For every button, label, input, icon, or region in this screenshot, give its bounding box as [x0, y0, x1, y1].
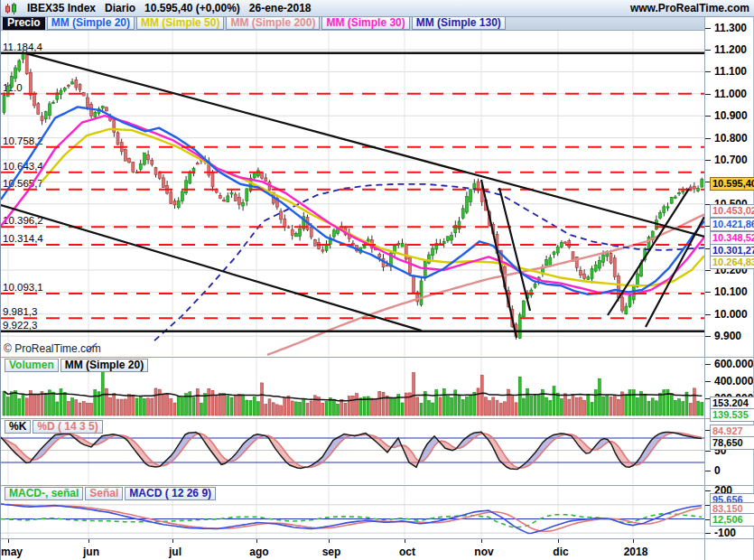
- price-line-label: 10.093,1: [3, 282, 43, 293]
- axis-tick: [704, 430, 711, 431]
- volume-legend: VolumenMM (Simple 20): [3, 359, 148, 372]
- ma-value-tag: 10.301,27: [710, 244, 754, 257]
- price-axis-label: 11.000: [714, 89, 754, 99]
- month-label: jun: [76, 546, 107, 558]
- month-tick: [88, 539, 89, 543]
- axis-tick: [704, 471, 711, 471]
- axis-tick: [704, 270, 711, 271]
- last-price-tag: 10.595,40: [710, 177, 754, 191]
- ma-value-tag: 10.264,83: [710, 256, 754, 269]
- month-label: dic: [545, 546, 576, 558]
- price-axis-label: 9.900: [714, 331, 754, 341]
- month-tick: [172, 539, 173, 543]
- title-bar: IBEX35 Index Diario 10.595,40 (+0,00%) 2…: [1, 0, 754, 17]
- tags-layer: 10.595,4010.453,0210.421,8610.348,5210.3…: [1, 0, 754, 560]
- price-axis-label: 11.200: [714, 44, 754, 55]
- axis-tick: [704, 138, 711, 139]
- month-tick: [481, 539, 482, 543]
- price-line-label: 9.981,3: [3, 306, 37, 317]
- price-line-label: 10.565,7: [3, 178, 43, 189]
- axis-tick: [704, 71, 711, 72]
- month-tick: [8, 539, 9, 543]
- grid-layer: [1, 0, 754, 560]
- price-axis-label: 11.300: [714, 23, 754, 33]
- site-link: www.ProRealTime.com: [630, 2, 749, 14]
- proreal-time-chart-window: IBEX35 Index Diario 10.595,40 (+0,00%) 2…: [0, 0, 754, 560]
- candles: [3, 51, 703, 340]
- stoch-value-tag: 84.927: [710, 425, 754, 438]
- price-legend-band: PrecioMM (Simple 20)MM (Simple 50)MM (Si…: [1, 16, 704, 31]
- macd-axis-label: 0: [714, 514, 754, 525]
- timeframe-label: Diario: [105, 2, 135, 14]
- price-axis-label: 10.200: [714, 265, 754, 275]
- month-label: 2018: [620, 546, 651, 558]
- legend-mm-simple-50-[interactable]: MM (Simple 50): [136, 16, 224, 30]
- macd-value-tag: 95,656: [710, 493, 754, 507]
- axis-tick: [704, 505, 711, 506]
- axis-tick: [704, 519, 711, 520]
- price-line-label: 9.922,3: [3, 320, 37, 331]
- axis-tick: [704, 292, 711, 293]
- legend-macd-12-26-9-[interactable]: MACD ( 12 26 9): [125, 487, 216, 500]
- price-axis-label: 10.900: [714, 110, 754, 121]
- macd-axis-label: 200: [714, 485, 754, 496]
- legend-volumen[interactable]: Volumen: [5, 359, 59, 372]
- legend-mm-simple-200-[interactable]: MM (Simple 200): [226, 16, 320, 30]
- legend-se-al[interactable]: Señal: [85, 487, 123, 500]
- axis-tick: [704, 50, 711, 51]
- volume-bars: [3, 368, 703, 415]
- axis-tick: [704, 28, 711, 29]
- legend--d-14-3-5-[interactable]: %D ( 14 3 5): [33, 420, 102, 434]
- price-line-label: 10.314,4: [3, 233, 43, 244]
- price-axis-label: 10.400: [714, 220, 754, 231]
- price-axis-label: 11.100: [714, 66, 754, 77]
- month-label: jul: [160, 546, 191, 558]
- legend-precio[interactable]: Precio: [3, 16, 45, 30]
- legend-mm-simple-30-[interactable]: MM (Simple 30): [321, 16, 409, 30]
- axis-tick: [704, 364, 711, 365]
- volume-axis-label: 400.000: [714, 376, 754, 387]
- volume-axis-label: 600.000: [714, 359, 754, 369]
- month-tick: [405, 539, 405, 543]
- stoch-axis-label: 100: [714, 425, 754, 435]
- legend--k[interactable]: %K: [5, 420, 31, 434]
- volume-value-tag: 139.535: [710, 408, 754, 422]
- ma-value-tag: 10.453,02: [710, 204, 754, 218]
- axis-separator: [1, 538, 754, 539]
- price-scale-border: [704, 16, 705, 560]
- legend-mm-simple-20-[interactable]: MM (Simple 20): [61, 359, 148, 372]
- price-axis-label: 10.600: [714, 176, 754, 187]
- month-label: nov: [469, 546, 499, 558]
- price-axis-label: 10.000: [714, 309, 754, 320]
- price-axis-label: 10.500: [714, 199, 754, 210]
- labels-layer: 11.30011.20011.10011.00010.90010.80010.7…: [1, 0, 754, 560]
- price-line-label: 10.643,4: [3, 161, 43, 172]
- month-label: may: [1, 546, 32, 558]
- axis-tick: [704, 94, 711, 95]
- legend-macd-se-al[interactable]: MACD-, señal: [5, 487, 83, 500]
- macd-axis-label: -100: [714, 527, 754, 538]
- price-axis-label: 10.800: [714, 133, 754, 144]
- volume-axis-label: 200.000: [714, 393, 754, 404]
- volume-value-tag: 153.204: [710, 397, 754, 410]
- axis-tick: [704, 248, 711, 249]
- stoch-value-tag: 78,650: [710, 436, 754, 450]
- ma-value-tag: 10.348,52: [710, 231, 754, 245]
- chart-canvas[interactable]: [1, 0, 754, 560]
- month-label: ago: [244, 546, 275, 558]
- month-tick: [329, 539, 330, 543]
- watermark-text: © ProRealTime.com: [4, 342, 101, 355]
- legend-mm-simple-20-[interactable]: MM (Simple 20): [47, 16, 135, 30]
- symbol-name: IBEX35 Index: [27, 2, 96, 14]
- axis-tick: [704, 490, 711, 491]
- axis-tick: [704, 398, 711, 399]
- panel-separator: [1, 357, 754, 358]
- price-axis-label: 10.100: [714, 286, 754, 297]
- month-tick: [558, 539, 559, 543]
- month-label: sep: [316, 546, 347, 558]
- axis-tick: [704, 226, 711, 227]
- price-line-label: 11.184,4: [3, 42, 42, 52]
- axis-tick: [704, 182, 711, 182]
- legend-mm-simple-130-[interactable]: MM (Simple 130): [412, 16, 506, 30]
- stochastic-legend: %K%D ( 14 3 5): [3, 420, 103, 434]
